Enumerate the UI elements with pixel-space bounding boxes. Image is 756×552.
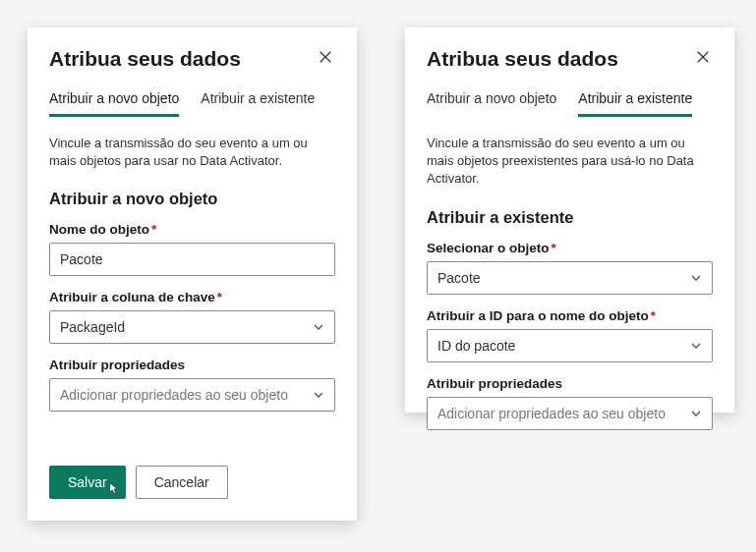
field-object-id: Atribuir a ID para o nome do objeto* ID … — [427, 308, 713, 362]
section-title: Atribuir a existente — [427, 208, 713, 227]
panel-title: Atribua seus dados — [427, 47, 618, 71]
close-icon — [696, 50, 710, 64]
properties-placeholder: Adicionar propriedades ao seu objeto — [437, 406, 666, 421]
key-column-label: Atribuir a coluna de chave* — [49, 290, 335, 304]
properties-select[interactable]: Adicionar propriedades ao seu objeto — [49, 378, 335, 412]
properties-select[interactable]: Adicionar propriedades ao seu objeto — [427, 397, 713, 430]
tab-existing[interactable]: Atribuir a existente — [201, 90, 315, 117]
close-icon — [319, 50, 332, 64]
panel-description: Vincule a transmissão do seu evento a um… — [49, 135, 335, 170]
field-key-column: Atribuir a coluna de chave* PackageId — [49, 290, 335, 344]
tabs: Atribuir a novo objeto Atribuir a existe… — [427, 90, 713, 117]
save-button[interactable]: Salvar — [49, 466, 126, 499]
properties-label: Atribuir propriedades — [49, 358, 335, 372]
cancel-button[interactable]: Cancelar — [136, 466, 228, 499]
chevron-down-icon — [313, 389, 324, 401]
properties-placeholder: Adicionar propriedades ao seu objeto — [60, 387, 288, 403]
cursor-icon — [107, 481, 121, 495]
field-properties: Atribuir propriedades Adicionar propried… — [49, 358, 335, 412]
panel-title: Atribua seus dados — [49, 47, 241, 71]
field-select-object: Selecionar o objeto* Pacote — [427, 241, 713, 295]
object-id-value: ID do pacote — [437, 338, 515, 354]
chevron-down-icon — [690, 272, 702, 284]
object-name-input[interactable] — [49, 243, 335, 276]
object-id-label: Atribuir a ID para o nome do objeto* — [427, 308, 713, 323]
tab-new-object[interactable]: Atribuir a novo objeto — [49, 90, 179, 117]
field-properties: Atribuir propriedades Adicionar propried… — [427, 376, 713, 430]
footer-buttons: Salvar Cancelar — [49, 466, 228, 499]
key-column-value: PackageId — [60, 319, 125, 335]
object-id-dropdown[interactable]: ID do pacote — [427, 329, 713, 362]
assign-data-panel-new: Atribua seus dados Atribuir a novo objet… — [28, 28, 357, 521]
tabs: Atribuir a novo objeto Atribuir a existe… — [49, 90, 335, 117]
select-object-dropdown[interactable]: Pacote — [427, 261, 713, 295]
select-object-label: Selecionar o objeto* — [427, 241, 713, 255]
panel-header: Atribua seus dados — [427, 47, 713, 71]
section-title: Atribuir a novo objeto — [49, 190, 335, 208]
tab-new-object[interactable]: Atribuir a novo objeto — [427, 90, 556, 117]
tab-existing[interactable]: Atribuir a existente — [578, 90, 692, 117]
properties-label: Atribuir propriedades — [427, 376, 713, 391]
object-name-label: Nome do objeto* — [49, 222, 335, 237]
close-button[interactable] — [316, 47, 335, 67]
panel-header: Atribua seus dados — [49, 47, 335, 71]
close-button[interactable] — [693, 47, 713, 67]
panel-description: Vincule a transmissão do seu evento a um… — [427, 135, 713, 189]
chevron-down-icon — [313, 321, 324, 333]
chevron-down-icon — [690, 340, 702, 352]
assign-data-panel-existing: Atribua seus dados Atribuir a novo objet… — [405, 28, 734, 413]
field-object-name: Nome do objeto* — [49, 222, 335, 276]
select-object-value: Pacote — [437, 270, 481, 286]
key-column-select[interactable]: PackageId — [49, 310, 335, 344]
chevron-down-icon — [690, 408, 702, 419]
